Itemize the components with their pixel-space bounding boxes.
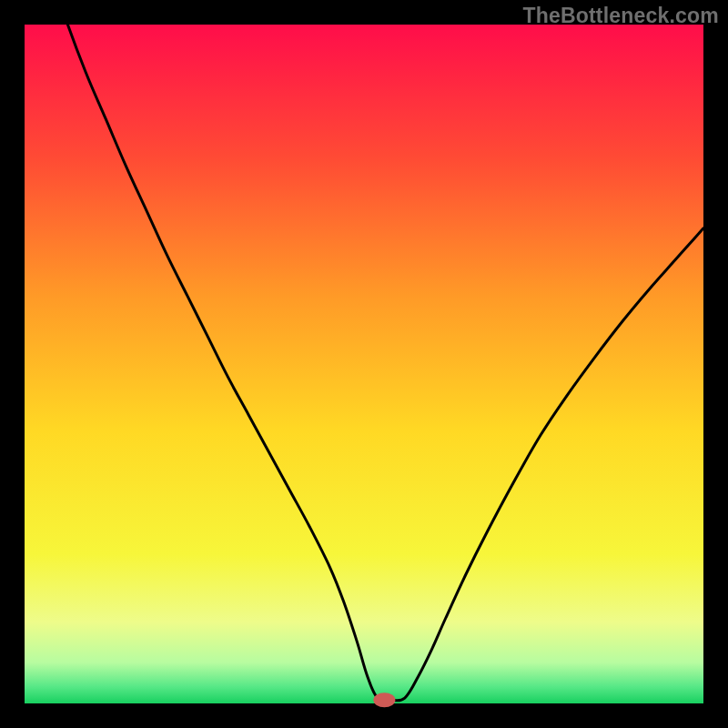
valley-marker <box>373 693 395 707</box>
watermark-label: TheBottleneck.com <box>522 4 719 28</box>
plot-area-gradient <box>25 25 703 703</box>
chart-svg <box>0 0 728 728</box>
bottleneck-chart: TheBottleneck.com <box>0 0 728 728</box>
